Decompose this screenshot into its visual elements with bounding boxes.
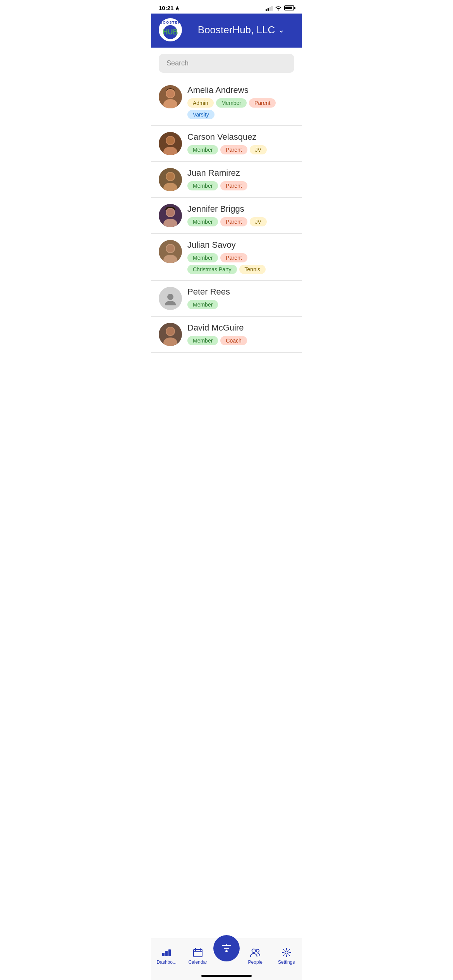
- list-item[interactable]: Julian SavoyMemberParentChristmas PartyT…: [151, 234, 302, 281]
- person-name: David McGuire: [187, 323, 294, 333]
- org-title: BoosterHub, LLC: [198, 24, 275, 36]
- svg-point-25: [166, 327, 174, 335]
- person-name: Julian Savoy: [187, 240, 294, 250]
- tag-parent: Parent: [220, 217, 247, 226]
- person-tags: MemberParentJV: [187, 145, 294, 154]
- svg-point-19: [166, 245, 174, 252]
- logo-booster-text: BOOSTER: [160, 21, 181, 24]
- status-icons: [266, 5, 294, 11]
- header: BOOSTER HUB BoosterHub, LLC ⌄: [151, 14, 302, 48]
- person-info: Amelia AndrewsAdminMemberParentVarsity: [187, 85, 294, 119]
- logo-hub-text: HUB: [163, 25, 177, 39]
- avatar: [159, 323, 182, 346]
- tag-member: Member: [187, 300, 218, 309]
- app-logo: BOOSTER HUB: [159, 18, 182, 41]
- person-info: Juan RamirezMemberParent: [187, 168, 294, 190]
- person-info: Peter ReesMember: [187, 287, 294, 309]
- location-icon: [175, 6, 180, 10]
- signal-icon: [266, 5, 273, 11]
- status-bar: 10:21: [151, 0, 302, 14]
- avatar: [159, 132, 182, 155]
- person-info: Julian SavoyMemberParentChristmas PartyT…: [187, 240, 294, 274]
- person-name: Peter Rees: [187, 287, 294, 297]
- person-name: Amelia Andrews: [187, 85, 294, 95]
- person-tags: Member: [187, 300, 294, 309]
- tag-parent: Parent: [220, 253, 247, 262]
- list-item[interactable]: Amelia AndrewsAdminMemberParentVarsity: [151, 79, 302, 126]
- list-item[interactable]: Jennifer BriggsMemberParentJV: [151, 198, 302, 234]
- chevron-down-icon: ⌄: [278, 25, 285, 34]
- tag-jv: JV: [250, 217, 267, 226]
- tag-admin: Admin: [187, 98, 214, 108]
- person-tags: MemberCoach: [187, 336, 294, 345]
- person-tags: MemberParentJV: [187, 217, 294, 226]
- status-time: 10:21: [159, 5, 180, 11]
- person-tags: MemberParent: [187, 181, 294, 190]
- svg-point-21: [165, 301, 176, 305]
- battery-icon: [284, 5, 294, 10]
- person-info: Carson VelasquezMemberParentJV: [187, 132, 294, 154]
- tag-parent: Parent: [220, 181, 247, 190]
- tag-member: Member: [187, 145, 218, 154]
- svg-point-11: [166, 173, 174, 180]
- person-tags: MemberParentChristmas PartyTennis: [187, 253, 294, 274]
- list-item[interactable]: Peter ReesMember: [151, 281, 302, 317]
- person-tags: AdminMemberParentVarsity: [187, 98, 294, 119]
- tag-christmas: Christmas Party: [187, 265, 237, 274]
- svg-point-15: [166, 209, 174, 216]
- tag-jv: JV: [250, 145, 267, 154]
- tag-member: Member: [187, 217, 218, 226]
- person-name: Juan Ramirez: [187, 168, 294, 178]
- tag-member: Member: [216, 98, 247, 108]
- avatar: [159, 204, 182, 227]
- avatar: [159, 287, 182, 310]
- tag-parent: Parent: [249, 98, 276, 108]
- svg-point-20: [167, 294, 173, 300]
- tag-member: Member: [187, 181, 218, 190]
- people-list: Amelia AndrewsAdminMemberParentVarsityCa…: [151, 79, 302, 353]
- header-title-area[interactable]: BoosterHub, LLC ⌄: [188, 24, 294, 36]
- list-item[interactable]: Juan RamirezMemberParent: [151, 162, 302, 198]
- list-item[interactable]: David McGuireMemberCoach: [151, 317, 302, 353]
- search-container: [151, 48, 302, 79]
- tag-member: Member: [187, 336, 218, 345]
- list-item[interactable]: Carson VelasquezMemberParentJV: [151, 126, 302, 162]
- tag-member: Member: [187, 253, 218, 262]
- wifi-icon: [275, 5, 282, 10]
- tag-parent: Parent: [220, 145, 247, 154]
- tag-coach: Coach: [220, 336, 247, 345]
- person-name: Jennifer Briggs: [187, 204, 294, 214]
- search-input[interactable]: [159, 54, 294, 73]
- svg-point-7: [166, 137, 174, 144]
- avatar: [159, 240, 182, 263]
- person-info: David McGuireMemberCoach: [187, 323, 294, 345]
- tag-varsity: Varsity: [187, 110, 214, 119]
- tag-tennis: Tennis: [239, 265, 266, 274]
- avatar: [159, 85, 182, 108]
- svg-point-3: [166, 90, 174, 98]
- person-info: Jennifer BriggsMemberParentJV: [187, 204, 294, 226]
- person-name: Carson Velasquez: [187, 132, 294, 142]
- avatar: [159, 168, 182, 191]
